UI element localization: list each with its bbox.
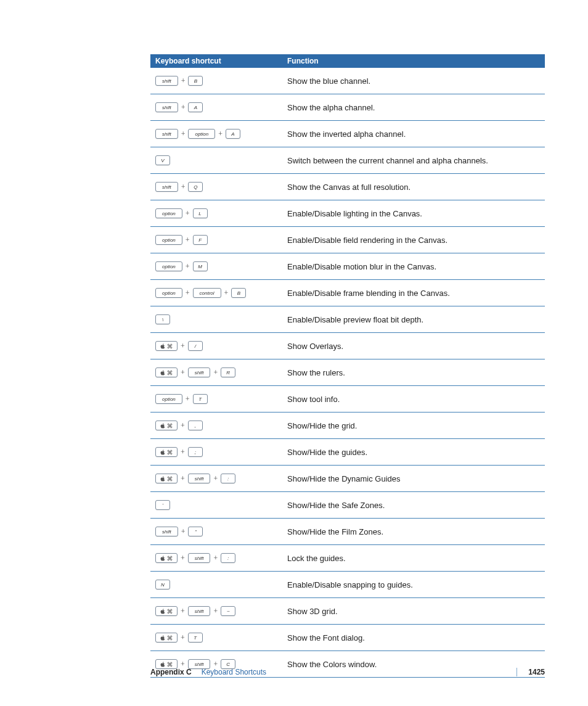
- cell-shortcut: +T: [150, 625, 282, 651]
- command-key-icon: [155, 606, 178, 616]
- cell-function: Show the alpha channel.: [282, 94, 545, 121]
- page-footer: Appendix C Keyboard Shortcuts 1425: [0, 668, 588, 676]
- key-combo: shift+option+A: [155, 129, 277, 139]
- key-shift: shift: [188, 474, 211, 483]
- table-row: NEnable/Disable snapping to guides.: [150, 572, 545, 598]
- key-A: A: [226, 129, 240, 139]
- table-row: option+MEnable/Disable motion blur in th…: [150, 253, 545, 280]
- table-row: shift+option+AShow the inverted alpha ch…: [150, 121, 545, 147]
- plus-separator: +: [186, 262, 190, 271]
- key-char: ": [188, 527, 203, 536]
- key-control: control: [193, 288, 221, 298]
- key-combo: option+L: [155, 208, 277, 218]
- cell-function: Enable/Disable preview float bit depth.: [282, 306, 545, 333]
- key-char: \: [155, 314, 170, 324]
- plus-separator: +: [213, 554, 218, 563]
- key-combo: ': [155, 500, 277, 510]
- table-header: Keyboard shortcut Function: [150, 54, 545, 68]
- command-key-icon: [155, 633, 178, 642]
- command-key-icon: [155, 341, 178, 351]
- cell-function: Enable/Disable motion blur in the Canvas…: [282, 253, 545, 280]
- cell-shortcut: option+control+B: [150, 280, 282, 306]
- plus-separator: +: [181, 368, 185, 377]
- plus-separator: +: [181, 527, 186, 536]
- key-A: A: [188, 102, 203, 112]
- table-row: shift+"Show/Hide the Film Zones.: [150, 519, 545, 545]
- plus-separator: +: [181, 129, 186, 139]
- cell-function: Show the inverted alpha channel.: [282, 121, 545, 147]
- plus-separator: +: [181, 183, 186, 192]
- command-key-icon: [155, 553, 178, 563]
- plus-separator: +: [181, 474, 185, 483]
- cell-shortcut: \: [150, 306, 282, 333]
- key-char: ;: [188, 447, 203, 457]
- cell-function: Enable/Disable frame blending in the Can…: [282, 280, 545, 306]
- cell-shortcut: shift+option+A: [150, 121, 282, 147]
- key-combo: shift+B: [155, 76, 277, 86]
- table-row: option+control+BEnable/Disable frame ble…: [150, 280, 545, 306]
- cell-function: Show/Hide the Safe Zones.: [282, 492, 545, 519]
- key-combo: option+M: [155, 261, 277, 271]
- cell-function: Show the Font dialog.: [282, 625, 545, 651]
- key-combo: +T: [155, 633, 277, 642]
- key-combo: \: [155, 314, 277, 324]
- section-title: Keyboard Shortcuts: [202, 668, 266, 676]
- cell-shortcut: option+M: [150, 253, 282, 280]
- cell-shortcut: ': [150, 492, 282, 519]
- key-combo: +shift+~: [155, 606, 277, 616]
- cell-shortcut: option+T: [150, 386, 282, 413]
- table-row: \Enable/Disable preview float bit depth.: [150, 306, 545, 333]
- plus-separator: +: [186, 236, 190, 245]
- key-B: B: [231, 288, 246, 298]
- cell-function: Show the blue channel.: [282, 68, 545, 94]
- table-row: +TShow the Font dialog.: [150, 625, 545, 651]
- cell-function: Show/Hide the guides.: [282, 439, 545, 466]
- table-row: option+TShow tool info.: [150, 386, 545, 413]
- plus-separator: +: [181, 448, 185, 457]
- cell-function: Show 3D grid.: [282, 598, 545, 625]
- key-combo: N: [155, 580, 277, 589]
- key-L: L: [193, 208, 208, 218]
- command-key-icon: [155, 421, 178, 430]
- key-F: F: [193, 235, 208, 245]
- key-combo: +shift+:: [155, 553, 277, 563]
- plus-separator: +: [186, 289, 190, 298]
- key-N: N: [155, 580, 170, 589]
- cell-shortcut: +,: [150, 413, 282, 439]
- table-row: +shift+:Show/Hide the Dynamic Guides: [150, 466, 545, 492]
- page: Keyboard shortcut Function shift+BShow t…: [0, 0, 588, 706]
- key-combo: +shift+:: [155, 474, 277, 483]
- plus-separator: +: [218, 129, 223, 139]
- cell-function: Show/Hide the grid.: [282, 413, 545, 439]
- plus-separator: +: [181, 554, 185, 563]
- key-option: option: [155, 235, 182, 245]
- cell-shortcut: +shift+:: [150, 466, 282, 492]
- table-row: +,Show/Hide the grid.: [150, 413, 545, 439]
- plus-separator: +: [186, 395, 190, 404]
- cell-function: Lock the guides.: [282, 545, 545, 572]
- cell-shortcut: +shift+~: [150, 598, 282, 625]
- key-char: ': [155, 500, 170, 510]
- cell-shortcut: +shift+:: [150, 545, 282, 572]
- key-shift: shift: [155, 182, 178, 192]
- table-row: +shift+~Show 3D grid.: [150, 598, 545, 625]
- page-number: 1425: [517, 668, 545, 676]
- table-row: option+FEnable/Disable field rendering i…: [150, 227, 545, 253]
- cell-function: Show/Hide the Dynamic Guides: [282, 466, 545, 492]
- table-row: +;Show/Hide the guides.: [150, 439, 545, 466]
- plus-separator: +: [181, 421, 185, 430]
- plus-separator: +: [181, 103, 186, 112]
- key-combo: V: [155, 155, 277, 165]
- key-shift: shift: [155, 76, 178, 86]
- key-option: option: [155, 288, 182, 298]
- plus-separator: +: [213, 607, 218, 616]
- plus-separator: +: [181, 76, 186, 86]
- key-R: R: [221, 367, 235, 377]
- table-row: VSwitch between the current channel and …: [150, 147, 545, 174]
- key-combo: +;: [155, 447, 277, 457]
- plus-separator: +: [224, 289, 229, 298]
- plus-separator: +: [213, 474, 218, 483]
- cell-function: Show the Canvas at full resolution.: [282, 174, 545, 200]
- cell-function: Enable/Disable field rendering in the Ca…: [282, 227, 545, 253]
- cell-shortcut: +/: [150, 333, 282, 359]
